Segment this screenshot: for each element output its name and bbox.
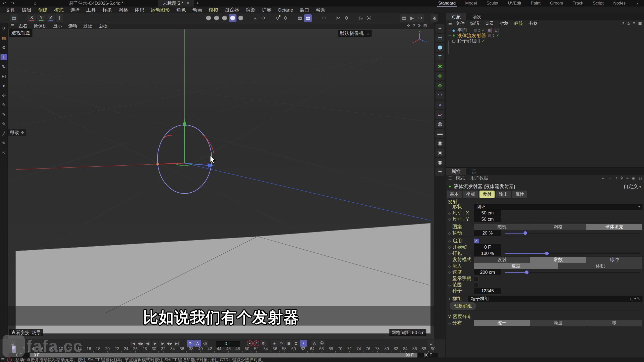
keyframe-dot-icon[interactable]: ◇ <box>447 252 452 255</box>
mode-icon-enable-axis[interactable]: Y <box>251 14 259 22</box>
record-button-key-position[interactable]: ◈ <box>271 340 278 347</box>
toggle-button-loop-playback[interactable]: ⟳ <box>187 340 194 347</box>
range-end-field[interactable]: 90 F <box>418 353 438 357</box>
mode-icon-polygons-mode[interactable] <box>221 14 228 22</box>
mode-icon-lock-workplane[interactable]: ▦ <box>304 14 312 22</box>
create-icon-stage[interactable]: ▬ <box>435 129 445 138</box>
create-icon-sky[interactable]: ◍ <box>435 120 445 128</box>
transport-button-play[interactable]: ▶ <box>152 340 158 347</box>
tool-icon-rectangle-select[interactable]: ▧ <box>1 35 7 41</box>
viewport-menu-item[interactable]: 选项 <box>65 23 80 29</box>
slider-knob[interactable] <box>524 231 527 235</box>
slider-knob[interactable] <box>545 252 549 255</box>
transport-button-goto-end[interactable]: ▶| <box>174 340 180 347</box>
polygon-selection-tag-icon[interactable]: ▦ <box>487 28 492 33</box>
menu-item[interactable]: 网格 <box>115 7 131 13</box>
attr-menu-icon[interactable]: ☰ <box>447 176 453 180</box>
create-icon-volume-builder[interactable]: ❖ <box>435 72 445 80</box>
attr-icon-search[interactable]: ⚲ <box>620 176 623 180</box>
packing-slider[interactable] <box>505 250 642 256</box>
attr-icon-pin[interactable]: ◎ <box>638 176 642 180</box>
range-checkbox[interactable] <box>474 283 479 287</box>
om-icon-home[interactable]: ⌂ <box>627 21 630 26</box>
viewport-menu-item[interactable]: 查看 <box>15 23 30 29</box>
om-menu-item[interactable]: 编辑 <box>467 20 482 26</box>
axis-lock-button[interactable]: Z <box>47 15 55 22</box>
record-button-auto-keying[interactable]: A <box>253 340 259 346</box>
view-control-icon-zoom-view[interactable]: ⚲ <box>412 23 415 28</box>
tool-icon-rotate-tool[interactable]: ↻ <box>1 63 7 70</box>
mode-icon-snap[interactable]: ∪ <box>274 14 281 22</box>
tool-icon-line-cut-tool[interactable]: ╱ <box>1 130 7 137</box>
attr-icon-lock[interactable]: ▣ <box>632 176 635 180</box>
visibility-dots[interactable] <box>478 39 480 43</box>
attr-tab-button[interactable]: 属性 <box>512 191 527 198</box>
record-button-key-scale[interactable]: ▣ <box>286 340 292 347</box>
mode-icon-points-mode[interactable] <box>205 14 212 22</box>
transport-button-prev-frame[interactable]: ◀| <box>144 340 151 347</box>
create-icon-null-axis[interactable]: ⌖ <box>435 101 445 109</box>
tool-icon-sketch-spline[interactable]: ∿ <box>1 149 7 156</box>
create-icon-camera-st[interactable]: ◉ <box>435 139 445 147</box>
toggle-button-animation-palette[interactable]: A <box>194 340 201 347</box>
mode-icon-axis-settings[interactable]: ⚙ <box>259 14 267 22</box>
workspace-tab[interactable]: Paint <box>530 0 541 7</box>
attr-tab-button[interactable]: 坐标 <box>463 191 478 198</box>
mode-icon-workplane[interactable]: ▦ <box>296 14 304 22</box>
attr-icon-back[interactable]: ← <box>601 176 605 180</box>
mode-icon-symmetry[interactable]: ⋈ <box>335 14 342 22</box>
tool-icon-move-tool[interactable]: ✛ <box>1 54 7 60</box>
attr-tab-button[interactable]: 基本 <box>447 191 462 198</box>
mode-icon-edges-mode[interactable] <box>213 14 220 22</box>
record-button-solo-record[interactable]: ◎ <box>311 340 318 347</box>
keyframe-dot-icon[interactable]: ◇ <box>447 283 452 287</box>
om-menu-item[interactable]: 书签 <box>526 20 540 26</box>
tool-icon-tool-settings[interactable]: ⚙ <box>1 44 7 51</box>
record-button-auto-key-all[interactable]: Ⓐ <box>318 340 325 347</box>
workspace-more-icon[interactable]: ⋮ <box>635 0 640 7</box>
workspace-tab[interactable]: Track <box>572 0 584 7</box>
attr-tab-button[interactable]: 发射 <box>479 191 495 198</box>
menu-item[interactable]: 选择 <box>67 7 83 13</box>
speed-field[interactable]: 200 cm <box>474 269 501 275</box>
viewport-menu-icon[interactable]: ☰ <box>10 23 15 28</box>
render-icon-render-settings[interactable]: ⚙ <box>416 14 424 22</box>
view-control-icon-rotate-view[interactable]: ⟳ <box>418 23 421 28</box>
tool-icon-spline-pen-mixed[interactable]: ✎ <box>1 121 7 127</box>
menu-item[interactable]: 编辑 <box>19 7 35 13</box>
om-menu-icon[interactable]: ☰ <box>447 21 453 26</box>
attr-icon-forward[interactable]: → <box>608 176 612 180</box>
density-section[interactable]: ∨ 密度分布 <box>448 313 472 320</box>
mode-icon-quantize-settings[interactable]: ⚙ <box>320 14 328 22</box>
jitter-slider[interactable] <box>505 230 642 236</box>
workspace-tab[interactable]: Groom <box>550 0 564 7</box>
menu-item[interactable]: 角色 <box>173 7 189 13</box>
undo-icon[interactable]: ↶ <box>0 1 9 6</box>
layer-chip[interactable] <box>488 34 491 37</box>
enable-check-icon[interactable]: ✓ <box>482 38 485 43</box>
axis-lock-button[interactable]: X <box>27 15 36 22</box>
workspace-tab[interactable]: Script <box>592 0 604 7</box>
enable-check-icon[interactable]: ✓ <box>496 33 499 38</box>
inflow-option[interactable]: 体积 <box>558 263 642 269</box>
preset-dropdown[interactable]: 自定义 ▾ <box>624 183 641 190</box>
workspace-tab[interactable]: Sculpt <box>486 0 499 7</box>
status-menu-icon[interactable]: ☰ <box>0 357 6 362</box>
visibility-dots[interactable] <box>478 29 480 32</box>
jitter-field[interactable]: 20 % <box>474 230 501 236</box>
home-icon[interactable]: ⌂ <box>31 1 39 6</box>
menu-item[interactable]: 动画 <box>189 7 205 13</box>
group-link-field[interactable]: 粒子群组 ▢ ▾ ✎ <box>468 296 642 302</box>
distribution-option[interactable]: 域 <box>586 320 642 326</box>
gizmo-toggle-icon[interactable]: ✛ <box>56 14 63 22</box>
emit-mode-option[interactable]: 脉冲 <box>586 257 642 263</box>
workspace-tab[interactable]: Nodes <box>613 0 626 7</box>
om-icon-panel-menu[interactable]: ▣ <box>638 21 642 26</box>
object-name[interactable]: 粒子群组 <box>457 38 476 44</box>
redo-icon[interactable]: ↷ <box>9 1 17 6</box>
close-icon[interactable]: × <box>187 1 189 6</box>
menu-item[interactable]: 样条 <box>99 7 115 13</box>
attr-tab-button[interactable]: 输出 <box>496 191 511 198</box>
menu-item[interactable]: 文件 <box>3 7 19 13</box>
packing-field[interactable]: 100 % <box>474 250 501 256</box>
